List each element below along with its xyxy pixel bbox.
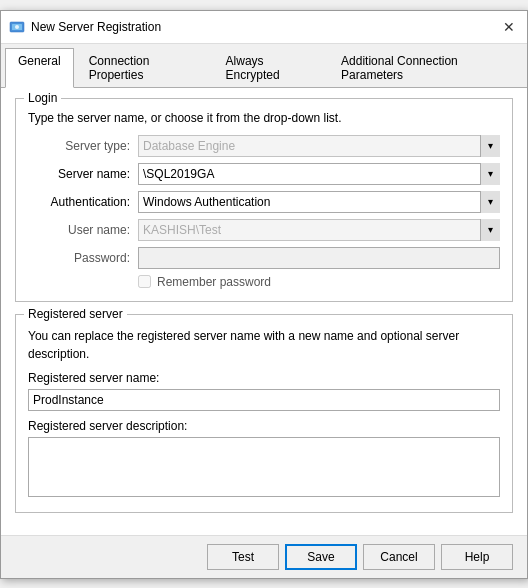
server-name-row: Server name: \SQL2019GA ▾ — [28, 163, 500, 185]
server-name-select[interactable]: \SQL2019GA — [138, 163, 500, 185]
remember-password-checkbox[interactable] — [138, 275, 151, 288]
reg-server-description-textarea[interactable] — [28, 437, 500, 497]
save-button[interactable]: Save — [285, 544, 357, 570]
registered-section-label: Registered server — [24, 307, 127, 321]
tab-content: Login Type the server name, or choose it… — [1, 88, 527, 535]
title-bar-left: New Server Registration — [9, 19, 161, 35]
help-button[interactable]: Help — [441, 544, 513, 570]
reg-server-name-input[interactable] — [28, 389, 500, 411]
app-icon — [9, 19, 25, 35]
server-type-row: Server type: Database Engine ▾ — [28, 135, 500, 157]
password-label: Password: — [28, 251, 138, 265]
cancel-button[interactable]: Cancel — [363, 544, 435, 570]
remember-password-label: Remember password — [157, 275, 271, 289]
password-row: Password: — [28, 247, 500, 269]
title-bar: New Server Registration ✕ — [1, 11, 527, 44]
test-button[interactable]: Test — [207, 544, 279, 570]
username-row: User name: KASHISH\Test ▾ — [28, 219, 500, 241]
registered-description: You can replace the registered server na… — [28, 327, 500, 363]
svg-point-2 — [15, 25, 19, 29]
login-section-label: Login — [24, 91, 61, 105]
tab-additional-params[interactable]: Additional Connection Parameters — [328, 48, 521, 87]
username-label: User name: — [28, 223, 138, 237]
server-type-label: Server type: — [28, 139, 138, 153]
authentication-label: Authentication: — [28, 195, 138, 209]
server-type-select: Database Engine — [138, 135, 500, 157]
authentication-wrapper: Windows Authentication ▾ — [138, 191, 500, 213]
close-button[interactable]: ✕ — [499, 17, 519, 37]
tab-general[interactable]: General — [5, 48, 74, 88]
password-input — [138, 247, 500, 269]
window-title: New Server Registration — [31, 20, 161, 34]
reg-server-desc-label: Registered server description: — [28, 419, 500, 433]
reg-server-name-label: Registered server name: — [28, 371, 500, 385]
tab-always-encrypted[interactable]: Always Encrypted — [213, 48, 326, 87]
remember-password-row: Remember password — [28, 275, 500, 289]
server-type-wrapper: Database Engine ▾ — [138, 135, 500, 157]
login-description: Type the server name, or choose it from … — [28, 111, 500, 125]
main-window: New Server Registration ✕ General Connec… — [0, 10, 528, 579]
tab-bar: General Connection Properties Always Enc… — [1, 44, 527, 88]
server-name-wrapper: \SQL2019GA ▾ — [138, 163, 500, 185]
registered-section: Registered server You can replace the re… — [15, 314, 513, 513]
server-name-label: Server name: — [28, 167, 138, 181]
login-section: Login Type the server name, or choose it… — [15, 98, 513, 302]
authentication-row: Authentication: Windows Authentication ▾ — [28, 191, 500, 213]
authentication-select[interactable]: Windows Authentication — [138, 191, 500, 213]
username-wrapper: KASHISH\Test ▾ — [138, 219, 500, 241]
tab-connection-properties[interactable]: Connection Properties — [76, 48, 211, 87]
username-select: KASHISH\Test — [138, 219, 500, 241]
button-bar: Test Save Cancel Help — [1, 535, 527, 578]
